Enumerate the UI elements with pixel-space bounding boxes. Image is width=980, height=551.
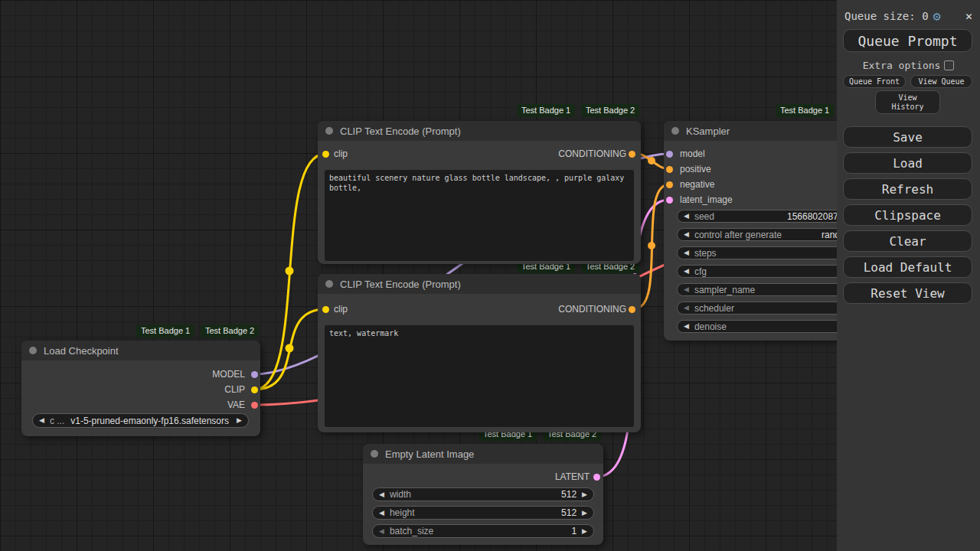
node-title-bar[interactable]: Load Checkpoint xyxy=(21,341,260,360)
output-slot-label: CLIP xyxy=(224,384,245,395)
output-slot-conditioning[interactable] xyxy=(629,151,635,158)
node-title-bar[interactable]: CLIP Text Encode (Prompt) xyxy=(318,121,641,141)
output-slot-label: VAE xyxy=(227,399,245,410)
node-badge: Test Badge 1 xyxy=(517,104,575,117)
save-button[interactable]: Save xyxy=(843,126,972,148)
node-empty-latent-image[interactable]: Empty Latent Image LATENT ◀ width 512 ▶ … xyxy=(363,444,603,545)
output-slot-label: LATENT xyxy=(555,471,590,482)
prompt-textarea[interactable]: beautiful scenery nature glass bottle la… xyxy=(325,170,634,261)
collapse-dot-icon[interactable] xyxy=(371,450,378,458)
output-slot-latent[interactable] xyxy=(593,474,600,481)
clear-button[interactable]: Clear xyxy=(843,230,972,252)
decrement-arrow-icon[interactable]: ◀ xyxy=(684,323,689,330)
prev-option-arrow-icon[interactable]: ◀ xyxy=(39,417,44,424)
refresh-button[interactable]: Refresh xyxy=(843,178,972,200)
widget-value: v1-5-pruned-emaonly-fp16.safetensors xyxy=(70,416,229,426)
node-graph-canvas[interactable]: Test Badge 1 Test Badge 2 Test Badge 1 T… xyxy=(0,0,980,551)
widget-batch-size[interactable]: ◀ batch_size 1 ▶ xyxy=(372,524,594,538)
decrement-arrow-icon[interactable]: ◀ xyxy=(684,305,689,311)
clipspace-button[interactable]: Clipspace xyxy=(843,204,972,226)
wire-clip-2 xyxy=(254,309,325,390)
widget-width[interactable]: ◀ width 512 ▶ xyxy=(372,487,594,501)
node-badge: Test Badge 2 xyxy=(581,104,639,117)
view-history-button[interactable]: View History xyxy=(875,90,940,114)
input-slot-label: clip xyxy=(334,148,348,159)
output-slot-label: CONDITIONING xyxy=(558,148,626,159)
decrement-arrow-icon[interactable]: ◀ xyxy=(684,286,689,293)
load-button[interactable]: Load xyxy=(843,152,972,174)
widget-value: 512 xyxy=(561,489,577,500)
decrement-arrow-icon[interactable]: ◀ xyxy=(379,491,384,498)
prompt-textarea[interactable]: text, watermark xyxy=(325,325,634,427)
widget-value: 15668020871 xyxy=(787,211,843,222)
output-slot-label: MODEL xyxy=(212,369,245,380)
link-midpoint-dot xyxy=(648,157,655,165)
settings-gear-icon[interactable]: ⚙ xyxy=(933,10,941,23)
widget-height[interactable]: ◀ height 512 ▶ xyxy=(372,506,594,520)
node-load-checkpoint[interactable]: Load Checkpoint MODEL CLIP VAE ◀ c ... v… xyxy=(21,341,260,436)
node-clip-text-encode-positive[interactable]: CLIP Text Encode (Prompt) clip CONDITION… xyxy=(318,121,641,264)
widget-label: cfg xyxy=(694,266,707,277)
queue-front-button[interactable]: Queue Front xyxy=(843,75,906,88)
main-menu-panel: Queue size: 0 ⚙ ✕ Queue Prompt Extra opt… xyxy=(837,0,980,551)
link-midpoint-dot xyxy=(286,344,294,353)
queue-prompt-button[interactable]: Queue Prompt xyxy=(843,29,972,52)
node-title-bar[interactable]: Empty Latent Image xyxy=(363,444,603,464)
link-midpoint-dot xyxy=(648,242,655,249)
output-slot-model[interactable] xyxy=(251,371,258,378)
widget-label: batch_size xyxy=(390,526,433,536)
output-slot-conditioning[interactable] xyxy=(629,306,635,313)
input-slot-clip[interactable] xyxy=(322,306,329,313)
decrement-arrow-icon[interactable]: ◀ xyxy=(379,528,384,535)
widget-label: sampler_name xyxy=(694,285,755,295)
node-title: Load Checkpoint xyxy=(44,345,119,357)
extra-options-label: Extra options xyxy=(863,60,941,71)
widget-label: denoise xyxy=(694,321,727,332)
output-slot-label: CONDITIONING xyxy=(558,304,626,315)
widget-value: 512 xyxy=(561,507,577,518)
queue-size-label: Queue size: 0 xyxy=(844,10,929,22)
collapse-dot-icon[interactable] xyxy=(671,127,679,135)
node-title: CLIP Text Encode (Prompt) xyxy=(340,279,461,290)
input-slot-negative[interactable] xyxy=(666,181,673,188)
output-slot-clip[interactable] xyxy=(251,386,258,393)
input-slot-clip[interactable] xyxy=(322,151,329,158)
node-clip-text-encode-negative[interactable]: CLIP Text Encode (Prompt) clip CONDITION… xyxy=(318,274,641,432)
increment-arrow-icon[interactable]: ▶ xyxy=(582,510,587,517)
widget-label: scheduler xyxy=(694,303,734,314)
input-slot-label: clip xyxy=(334,304,348,315)
widget-label: height xyxy=(390,507,415,518)
decrement-arrow-icon[interactable]: ◀ xyxy=(684,213,689,220)
input-slot-label: positive xyxy=(680,164,711,174)
next-option-arrow-icon[interactable]: ▶ xyxy=(237,417,242,424)
decrement-arrow-icon[interactable]: ◀ xyxy=(684,249,689,256)
input-slot-label: latent_image xyxy=(680,194,733,205)
input-slot-model[interactable] xyxy=(666,151,673,158)
view-queue-button[interactable]: View Queue xyxy=(910,75,972,88)
increment-arrow-icon[interactable]: ▶ xyxy=(582,491,587,498)
widget-label: c ... xyxy=(50,416,64,426)
wire-clip-1 xyxy=(254,154,325,390)
decrement-arrow-icon[interactable]: ◀ xyxy=(379,510,384,517)
load-default-button[interactable]: Load Default xyxy=(843,256,972,278)
widget-ckpt-name[interactable]: ◀ c ... v1-5-pruned-emaonly-fp16.safeten… xyxy=(32,413,249,428)
node-badge: Test Badge 1 xyxy=(136,324,194,337)
decrement-arrow-icon[interactable]: ◀ xyxy=(684,231,689,238)
decrement-arrow-icon[interactable]: ◀ xyxy=(684,268,689,275)
reset-view-button[interactable]: Reset View xyxy=(843,282,972,304)
increment-arrow-icon[interactable]: ▶ xyxy=(582,528,587,535)
collapse-dot-icon[interactable] xyxy=(325,127,333,135)
node-title-bar[interactable]: CLIP Text Encode (Prompt) xyxy=(318,274,641,294)
input-slot-latent-image[interactable] xyxy=(666,197,673,204)
collapse-dot-icon[interactable] xyxy=(325,280,333,288)
close-icon[interactable]: ✕ xyxy=(965,11,972,22)
input-slot-positive[interactable] xyxy=(666,166,673,173)
extra-options-checkbox[interactable] xyxy=(944,60,954,70)
widget-label: steps xyxy=(694,248,717,259)
output-slot-vae[interactable] xyxy=(251,402,258,409)
input-slot-label: model xyxy=(680,148,705,159)
node-badge: Test Badge 1 xyxy=(776,104,834,117)
node-badge: Test Badge 2 xyxy=(201,324,259,337)
collapse-dot-icon[interactable] xyxy=(29,347,37,354)
widget-label: control after generate xyxy=(694,230,782,240)
